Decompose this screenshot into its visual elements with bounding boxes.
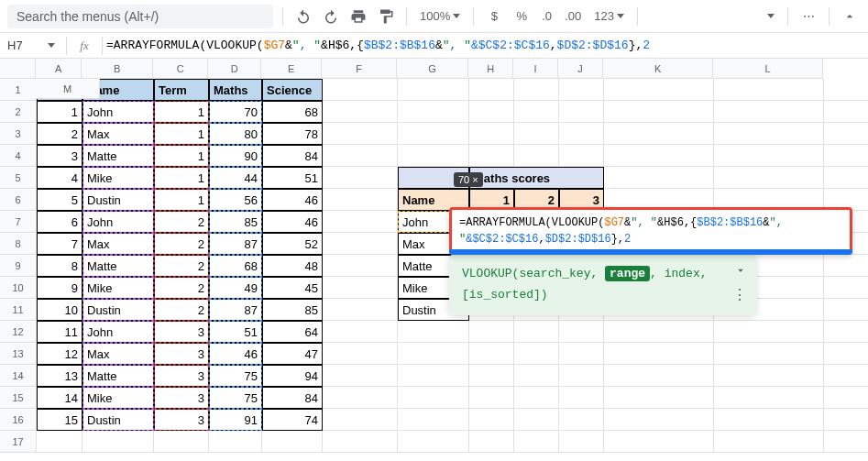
cell-F7[interactable] <box>323 211 398 233</box>
col-header-L[interactable]: L <box>713 59 823 79</box>
cell-L16[interactable] <box>714 409 824 431</box>
cell-J12[interactable] <box>559 321 604 343</box>
cell-H3[interactable] <box>469 123 514 145</box>
cell-I12[interactable] <box>514 321 559 343</box>
cell-D2[interactable]: 70 <box>209 101 262 123</box>
cell-B13[interactable]: Max <box>82 343 154 365</box>
cell-L3[interactable] <box>714 123 824 145</box>
cell-D10[interactable]: 49 <box>209 277 262 299</box>
cell-H2[interactable] <box>469 101 514 123</box>
cell-A9[interactable]: 8 <box>37 255 82 277</box>
row-header-11[interactable]: 11 <box>0 299 37 321</box>
cell-M2[interactable] <box>824 101 868 123</box>
cell-B5[interactable]: Mike <box>82 167 154 189</box>
cell-C13[interactable]: 3 <box>154 343 209 365</box>
cell-G1[interactable] <box>398 79 469 101</box>
cell-M5[interactable] <box>824 167 868 189</box>
cell-C3[interactable]: 1 <box>154 123 209 145</box>
cell-I1[interactable] <box>514 79 559 101</box>
cell-K14[interactable] <box>604 365 714 387</box>
cell-H12[interactable] <box>469 321 514 343</box>
cell-E8[interactable]: 52 <box>262 233 323 255</box>
cell-C6[interactable]: 1 <box>154 189 209 211</box>
dec-decimal[interactable]: .0 <box>538 9 555 23</box>
undo-icon[interactable] <box>292 5 314 27</box>
col-header-A[interactable]: A <box>36 59 82 79</box>
cell-L1[interactable] <box>714 79 824 101</box>
cell-H13[interactable] <box>469 343 514 365</box>
cell-H1[interactable] <box>469 79 514 101</box>
cell-G3[interactable] <box>398 123 469 145</box>
row-header-3[interactable]: 3 <box>0 123 37 145</box>
cell-B17[interactable] <box>82 431 154 453</box>
cell-D14[interactable]: 75 <box>209 365 262 387</box>
cell-L12[interactable] <box>714 321 824 343</box>
cell-D16[interactable]: 91 <box>209 409 262 431</box>
cell-E5[interactable]: 51 <box>262 167 323 189</box>
cell-M12[interactable] <box>824 321 868 343</box>
cell-M4[interactable] <box>824 145 868 167</box>
cell-A2[interactable]: 1 <box>37 101 82 123</box>
cell-H16[interactable] <box>469 409 514 431</box>
cell-A4[interactable]: 3 <box>37 145 82 167</box>
cell-K13[interactable] <box>604 343 714 365</box>
cell-A15[interactable]: 14 <box>37 387 82 409</box>
cell-G17[interactable] <box>398 431 469 453</box>
cell-F16[interactable] <box>323 409 398 431</box>
cell-M17[interactable] <box>824 431 868 453</box>
cell-D4[interactable]: 90 <box>209 145 262 167</box>
cell-B4[interactable]: Matte <box>82 145 154 167</box>
more-icon[interactable]: ⋯ <box>797 5 819 27</box>
cell-D6[interactable]: 56 <box>209 189 262 211</box>
cell-C4[interactable]: 1 <box>154 145 209 167</box>
cell-C8[interactable]: 2 <box>154 233 209 255</box>
redo-icon[interactable] <box>320 5 342 27</box>
row-header-14[interactable]: 14 <box>0 365 37 387</box>
cell-D9[interactable]: 68 <box>209 255 262 277</box>
cell-J15[interactable] <box>559 387 604 409</box>
row-header-8[interactable]: 8 <box>0 233 37 255</box>
cell-E15[interactable]: 84 <box>262 387 323 409</box>
cell-I4[interactable] <box>514 145 559 167</box>
cell-A17[interactable] <box>37 431 82 453</box>
cell-J13[interactable] <box>559 343 604 365</box>
select-all-corner[interactable] <box>0 59 36 79</box>
cell-F6[interactable] <box>323 189 398 211</box>
zoom-select[interactable]: 100% <box>416 9 464 23</box>
col-header-F[interactable]: F <box>322 59 397 79</box>
cell-F3[interactable] <box>323 123 398 145</box>
cell-C12[interactable]: 3 <box>154 321 209 343</box>
cell-K12[interactable] <box>604 321 714 343</box>
cell-D7[interactable]: 85 <box>209 211 262 233</box>
col-header-C[interactable]: C <box>153 59 208 79</box>
hint-more-icon[interactable]: ⋮ <box>732 283 747 310</box>
cell-B12[interactable]: John <box>82 321 154 343</box>
cell-F2[interactable] <box>323 101 398 123</box>
cell-I17[interactable] <box>514 431 559 453</box>
formula-input[interactable]: =ARRAYFORMULA(VLOOKUP($G7&", "&H$6,{$B$2… <box>106 38 650 52</box>
col-header-M[interactable]: M <box>36 79 100 99</box>
cell-A12[interactable]: 11 <box>37 321 82 343</box>
cell-E3[interactable]: 78 <box>262 123 323 145</box>
row-header-4[interactable]: 4 <box>0 145 37 167</box>
cell-B6[interactable]: Dustin <box>82 189 154 211</box>
currency-icon[interactable]: $ <box>483 5 505 27</box>
name-box[interactable]: H7 <box>0 38 62 52</box>
inc-decimal[interactable]: .00 <box>561 9 585 23</box>
cell-E4[interactable]: 84 <box>262 145 323 167</box>
cell-K15[interactable] <box>604 387 714 409</box>
cell-E14[interactable]: 94 <box>262 365 323 387</box>
row-header-13[interactable]: 13 <box>0 343 37 365</box>
paint-format-icon[interactable] <box>375 5 397 27</box>
cell-F11[interactable] <box>323 299 398 321</box>
cell-L2[interactable] <box>714 101 824 123</box>
cell-D13[interactable]: 46 <box>209 343 262 365</box>
col-header-E[interactable]: E <box>261 59 322 79</box>
cell-E13[interactable]: 47 <box>262 343 323 365</box>
cell-G13[interactable] <box>398 343 469 365</box>
cell-G4[interactable] <box>398 145 469 167</box>
cell-I2[interactable] <box>514 101 559 123</box>
print-icon[interactable] <box>347 5 369 27</box>
cell-A13[interactable]: 12 <box>37 343 82 365</box>
col-header-B[interactable]: B <box>82 59 153 79</box>
